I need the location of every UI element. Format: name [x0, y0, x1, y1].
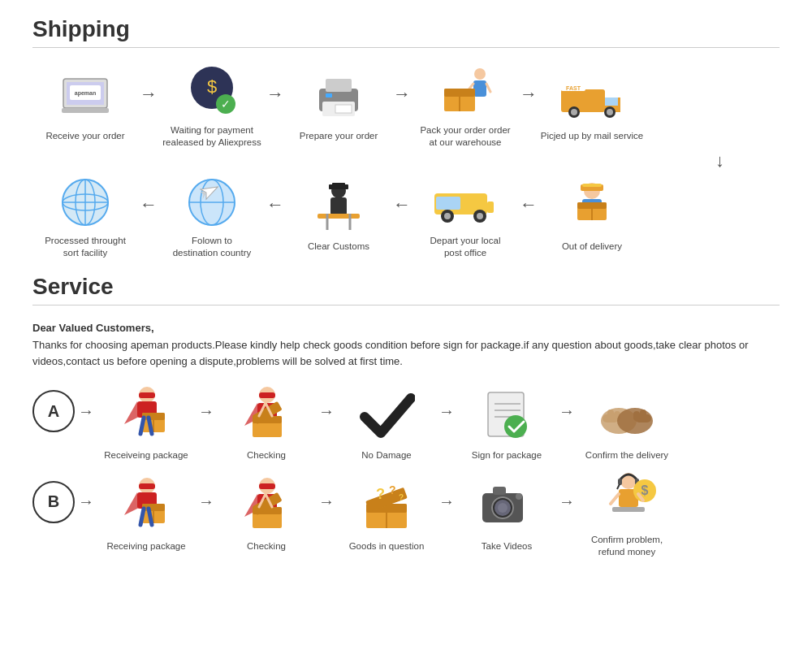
- arrow1: →: [138, 84, 159, 105]
- svg-text:✓: ✓: [221, 98, 231, 110]
- service-title: Service: [32, 274, 780, 300]
- arrow-a0: →: [75, 402, 97, 421]
- step-checking-b: Checking: [218, 474, 315, 552]
- support-icon: $: [594, 468, 659, 529]
- step-take-videos: Take Videos: [458, 474, 555, 552]
- svg-text:?: ?: [389, 483, 396, 496]
- step-receiving-a: Receiveing package: [97, 384, 195, 462]
- svg-rect-21: [561, 89, 605, 112]
- arrow2: →: [265, 84, 286, 105]
- globe-plane-icon: [179, 173, 244, 230]
- service-text-block: Dear Valued Customers, Thanks for choosi…: [32, 320, 780, 370]
- clear-customs-label: Clear Customs: [308, 240, 369, 253]
- super-b-icon: [114, 474, 179, 535]
- svg-rect-15: [473, 80, 486, 97]
- svg-point-123: [498, 503, 508, 513]
- svg-rect-13: [335, 105, 352, 113]
- service-row-b: B → Receiving package →: [32, 468, 780, 558]
- svg-rect-93: [640, 410, 646, 421]
- arrow-r3: ←: [265, 194, 286, 215]
- svg-text:?: ?: [399, 493, 404, 502]
- depart-post-label: Depart your localpost office: [430, 235, 501, 259]
- prepare-order-label: Prepare your order: [300, 130, 378, 142]
- arrow-b4: →: [555, 492, 578, 511]
- shipping-section: Shipping apeman Receive your order →: [32, 16, 780, 259]
- step-processed: Processed throughtsort facility: [32, 173, 138, 259]
- step-sign-pkg-a: Sign for package: [458, 384, 555, 462]
- arrow-b0: →: [75, 492, 97, 511]
- shipping-row2: Out of delivery ← Depart your localpost …: [32, 173, 780, 259]
- step-clear-customs: Clear Customs: [286, 179, 391, 253]
- svg-rect-89: [607, 410, 614, 421]
- step-waiting-payment: $ ✓ Waiting for paymentrealeased by Alie…: [159, 63, 265, 149]
- down-arrow-icon: ↓: [715, 150, 724, 171]
- payment-icon: $ ✓: [179, 63, 244, 119]
- arrow-a2: →: [315, 402, 338, 421]
- question-box-icon: ? ? ?: [354, 474, 419, 535]
- svg-rect-128: [618, 479, 622, 485]
- arrow-b3: →: [435, 492, 458, 511]
- receive-order-label: Receive your order: [45, 130, 124, 142]
- receiving-b-label: Receiving package: [106, 540, 185, 552]
- truck-icon: FAST: [559, 68, 624, 125]
- camera-icon: [474, 474, 539, 535]
- svg-point-42: [477, 213, 483, 219]
- goods-question-label: Goods in question: [349, 540, 425, 552]
- shipping-row1: apeman Receive your order → $ ✓ Waiting …: [32, 63, 780, 149]
- badge-b: B: [32, 481, 75, 523]
- step-checking-a: Checking: [218, 384, 315, 462]
- package-icon: [433, 63, 498, 119]
- svg-point-40: [444, 213, 451, 219]
- step-prepare-order: Prepare your order: [286, 68, 391, 142]
- svg-point-126: [516, 493, 522, 500]
- confirm-delivery-label: Confirm the delivery: [585, 449, 668, 462]
- shipping-divider: [32, 47, 780, 48]
- svg-rect-65: [139, 392, 155, 398]
- svg-rect-124: [493, 487, 506, 495]
- waiting-payment-label: Waiting for paymentrealeased by Aliexpre…: [162, 124, 261, 149]
- sign-pkg-a-label: Sign for package: [472, 449, 542, 462]
- svg-text:apeman: apeman: [75, 90, 96, 97]
- svg-rect-96: [139, 483, 155, 489]
- svg-text:$: $: [641, 483, 649, 497]
- service-text-line2: Thanks for choosing apeman products.Plea…: [32, 337, 780, 371]
- badge-a: A: [32, 390, 75, 432]
- step-goods-question: ? ? ? Goods in question: [338, 474, 435, 552]
- step-receiving-b: Receiving package: [97, 474, 195, 552]
- svg-line-135: [611, 494, 619, 504]
- svg-rect-2: [62, 108, 109, 113]
- svg-text:FAST: FAST: [566, 85, 581, 91]
- customs-icon: [306, 179, 371, 236]
- take-videos-label: Take Videos: [482, 540, 532, 552]
- receiving-a-label: Receiveing package: [104, 449, 188, 462]
- svg-point-86: [504, 415, 527, 438]
- step-receive-order: apeman Receive your order: [32, 68, 138, 142]
- folown-label: Folown todestination country: [173, 235, 252, 259]
- super-a-icon: [114, 384, 179, 444]
- arrow-b2: →: [315, 492, 338, 511]
- step-folown: Folown todestination country: [159, 173, 265, 259]
- svg-marker-23: [605, 98, 618, 106]
- arrow3: →: [391, 84, 412, 105]
- arrow-r2: ←: [391, 194, 412, 215]
- out-delivery-label: Out of delivery: [562, 240, 622, 253]
- arrow-b1: →: [195, 492, 218, 511]
- arrow-a1: →: [195, 402, 218, 421]
- svg-rect-94: [633, 411, 640, 421]
- svg-rect-74: [259, 392, 275, 398]
- arrow-r4: ←: [138, 194, 159, 215]
- no-damage-label: No Damage: [361, 449, 411, 462]
- arrow-a3: →: [435, 402, 458, 421]
- van-icon: [433, 173, 498, 230]
- step-no-damage: No Damage: [338, 384, 435, 462]
- svg-rect-48: [317, 214, 360, 219]
- service-divider: [32, 305, 780, 306]
- service-row-a: A →: [32, 384, 780, 462]
- pack-order-label: Pack your order orderat our warehouse: [420, 124, 510, 149]
- sign-doc-icon: [474, 384, 539, 444]
- step-pack-order: Pack your order orderat our warehouse: [412, 63, 518, 149]
- svg-rect-132: [612, 507, 645, 512]
- step-out-delivery: Out of delivery: [539, 179, 645, 253]
- printer-icon: [306, 68, 371, 125]
- laptop-icon: apeman: [53, 68, 118, 125]
